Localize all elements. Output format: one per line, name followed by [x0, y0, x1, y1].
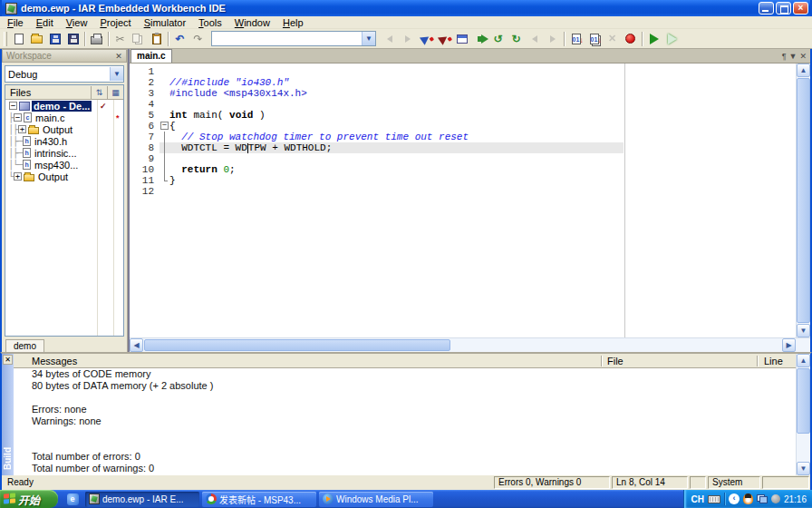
- expand-icon[interactable]: +: [14, 172, 22, 181]
- collapse-icon[interactable]: −: [9, 102, 17, 110]
- editor-horizontal-scrollbar[interactable]: ◀ ▶: [130, 337, 810, 352]
- menu-window[interactable]: Window: [228, 17, 276, 28]
- tray-collapse-icon[interactable]: ‹: [729, 493, 740, 504]
- compile-button[interactable]: 01: [567, 31, 585, 47]
- save-all-button[interactable]: [64, 31, 82, 47]
- code-line-1[interactable]: 1: [130, 66, 796, 77]
- editor-vertical-scrollbar[interactable]: ▲ ▼: [796, 64, 810, 337]
- tree-item-demo-de-[interactable]: −demo - De...✓: [5, 100, 123, 112]
- toggle-bookmark-button[interactable]: [417, 31, 434, 47]
- redo-button[interactable]: ↷: [189, 31, 207, 47]
- sort-column-icon[interactable]: ⇅: [91, 86, 107, 99]
- build-pane-tab[interactable]: Build: [3, 447, 13, 470]
- code-line-9[interactable]: 9: [130, 153, 796, 164]
- configuration-dropdown[interactable]: Debug ▼: [5, 65, 124, 83]
- save-button[interactable]: [46, 31, 63, 47]
- tree-item-in430-h[interactable]: │├─hin430.h: [5, 135, 123, 147]
- menu-simulator[interactable]: Simulator: [138, 17, 192, 28]
- workspace-close-icon[interactable]: ✕: [113, 51, 124, 62]
- make-button[interactable]: 01: [585, 31, 603, 47]
- messages-column-header[interactable]: Messages: [32, 355, 77, 367]
- print-button[interactable]: [88, 31, 105, 47]
- go-to-definition-button[interactable]: [471, 31, 488, 47]
- find-next-button[interactable]: [399, 31, 416, 47]
- menu-project[interactable]: Project: [93, 17, 137, 28]
- quick-launch-ie-icon[interactable]: e: [67, 493, 79, 505]
- taskbar-task-iar[interactable]: demo.ewp - IAR E...: [85, 492, 199, 507]
- qq-tray-icon[interactable]: [743, 493, 753, 504]
- restore-button[interactable]: [776, 2, 791, 15]
- menu-help[interactable]: Help: [276, 17, 310, 28]
- options-column-icon[interactable]: ▦: [107, 86, 123, 99]
- code-line-4[interactable]: 4: [130, 99, 796, 110]
- code-line-8[interactable]: 8 WDTCTL = WDTPW + WDTHOLD;: [130, 142, 796, 153]
- menu-file[interactable]: File: [1, 17, 30, 28]
- undo-button[interactable]: ↶: [171, 31, 188, 47]
- toggle-breakpoint-button[interactable]: [622, 31, 639, 47]
- file-column-header[interactable]: File: [607, 355, 624, 367]
- download-debug-button[interactable]: [645, 31, 662, 47]
- tree-item-output[interactable]: └+Output: [5, 171, 123, 182]
- vertical-scroll-thumb[interactable]: [797, 78, 810, 323]
- tree-item-intrinsic-[interactable]: │├─hintrinsic...: [5, 147, 123, 159]
- open-file-button[interactable]: [28, 31, 45, 47]
- code-line-7[interactable]: 7 // Stop watchdog timer to prevent time…: [130, 132, 796, 142]
- build-pane-close-icon[interactable]: ✕: [3, 355, 13, 365]
- code-line-5[interactable]: 5int main( void ): [130, 110, 796, 121]
- tree-item-output[interactable]: │├+Output: [5, 123, 123, 135]
- navigate-backward-button[interactable]: ↺: [489, 31, 507, 47]
- tab-list-arrow-icon[interactable]: ▼: [789, 53, 798, 61]
- code-line-12[interactable]: 12: [130, 186, 796, 197]
- find-previous-button[interactable]: [381, 31, 398, 47]
- expand-icon[interactable]: +: [18, 125, 26, 133]
- find-input[interactable]: [212, 33, 362, 44]
- workspace-tab-demo[interactable]: demo: [5, 339, 44, 352]
- messages-vertical-scrollbar[interactable]: ▲ ▼: [796, 354, 810, 475]
- files-column-header[interactable]: Files: [5, 87, 91, 98]
- debug-without-download-button[interactable]: [663, 31, 681, 47]
- minimize-button[interactable]: [759, 2, 774, 15]
- copy-button[interactable]: [130, 31, 147, 47]
- collapse-icon[interactable]: −: [14, 113, 22, 122]
- code-line-6[interactable]: 6−{: [130, 121, 796, 132]
- cut-button[interactable]: ✂: [111, 31, 129, 47]
- taskbar-task-wmp[interactable]: Windows Media Pl...: [319, 492, 433, 507]
- new-file-button[interactable]: [10, 31, 27, 47]
- code-line-10[interactable]: 10 return 0;: [130, 164, 796, 175]
- next-bookmark-button[interactable]: [435, 31, 452, 47]
- menu-edit[interactable]: Edit: [30, 17, 60, 28]
- tab-close-icon[interactable]: ✕: [799, 53, 807, 61]
- menu-tools[interactable]: Tools: [192, 17, 228, 28]
- fold-collapse-icon[interactable]: −: [160, 122, 169, 130]
- menu-view[interactable]: View: [60, 17, 94, 28]
- language-indicator[interactable]: CH: [691, 494, 704, 504]
- messages-scroll-thumb[interactable]: [797, 368, 810, 434]
- stop-build-button[interactable]: ✕: [604, 31, 621, 47]
- prev-error-button[interactable]: [526, 31, 543, 47]
- editor-body[interactable]: 12//#include "io430.h"3#include <msp430x…: [130, 64, 810, 337]
- configuration-dropdown-arrow-icon[interactable]: ▼: [110, 67, 123, 81]
- code-line-2[interactable]: 2//#include "io430.h": [130, 77, 796, 88]
- code-area[interactable]: 12//#include "io430.h"3#include <msp430x…: [130, 64, 796, 337]
- tree-item-msp430-[interactable]: │└─hmsp430...: [5, 159, 123, 171]
- tab-context-icon[interactable]: ¶: [782, 53, 787, 61]
- code-line-3[interactable]: 3#include <msp430x14x.h>: [130, 88, 796, 99]
- paste-button[interactable]: [148, 31, 165, 47]
- tree-item-main-c[interactable]: ├−cmain.c*: [5, 112, 123, 123]
- taskbar-task-browser[interactable]: 发表新帖 - MSP43...: [202, 492, 316, 507]
- scroll-left-icon[interactable]: ◀: [130, 338, 143, 352]
- scroll-down-icon[interactable]: ▼: [797, 324, 810, 337]
- network-tray-icon[interactable]: [757, 494, 768, 503]
- close-button[interactable]: ×: [793, 2, 808, 15]
- find-combo-arrow-icon[interactable]: ▼: [362, 32, 375, 45]
- scroll-up-icon[interactable]: ▲: [797, 64, 810, 77]
- messages-scroll-up-icon[interactable]: ▲: [797, 354, 810, 367]
- next-error-button[interactable]: [544, 31, 561, 47]
- scroll-right-icon[interactable]: ▶: [782, 338, 796, 352]
- find-combo[interactable]: ▼: [211, 31, 376, 46]
- navigate-button[interactable]: [453, 31, 470, 47]
- code-line-11[interactable]: 11}: [130, 175, 796, 186]
- line-column-header[interactable]: Line: [764, 355, 783, 367]
- start-button[interactable]: 开始: [0, 490, 58, 508]
- navigate-forward-button[interactable]: ↻: [508, 31, 525, 47]
